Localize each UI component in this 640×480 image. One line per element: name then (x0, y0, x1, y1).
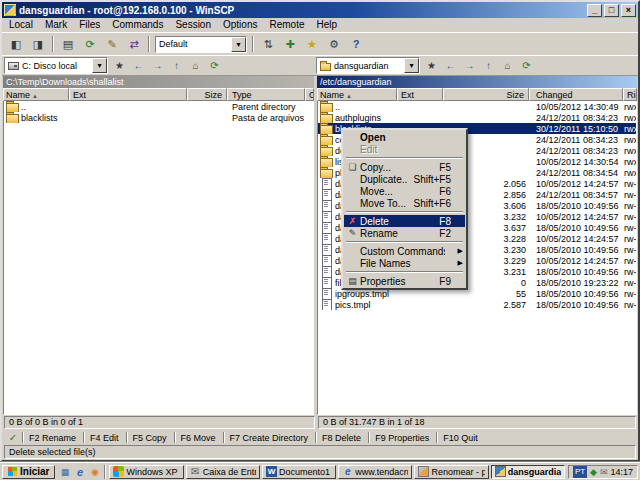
column-header-name[interactable]: Name (3, 88, 69, 101)
column-header-changed[interactable]: Changed (305, 88, 314, 101)
forward-icon[interactable]: → (460, 57, 479, 74)
internet-explorer-icon[interactable]: e (73, 465, 86, 478)
menu-item-label: Move To... (360, 198, 407, 209)
file-rights: rw-r--r-- (624, 234, 636, 244)
media-player-icon[interactable]: ◉ (88, 465, 101, 478)
context-menu-item[interactable]: Duplicate... Shift+F5 (344, 173, 465, 185)
screen: dansguardian - root@192.168.0.100 - WinS… (0, 0, 640, 480)
preferences-icon[interactable]: ⚙ (323, 35, 345, 54)
context-menu-item[interactable]: Custom Commands ▶ (344, 245, 465, 257)
menu-item[interactable]: Mark (39, 18, 73, 32)
menu-item[interactable]: Session (169, 18, 217, 32)
menu-item-shortcut: F8 (433, 216, 455, 227)
function-key-button[interactable]: F4 Edit (83, 431, 126, 444)
directory-tree-icon[interactable]: ▤ (57, 35, 79, 54)
column-header-type[interactable]: Type (227, 88, 305, 101)
new-session-icon[interactable]: ✚ (279, 35, 301, 54)
help-icon[interactable]: ? (345, 35, 367, 54)
edit-icon[interactable]: ✎ (101, 35, 123, 54)
file-row[interactable]: blacklists Pasta de arquivos (4, 112, 313, 123)
forward-icon[interactable]: → (148, 57, 167, 74)
column-header-size[interactable]: Size (443, 88, 529, 101)
task-button[interactable]: dansguardia... (491, 465, 565, 479)
menu-item[interactable]: Files (73, 18, 106, 32)
bookmark-icon[interactable]: ★ (110, 57, 129, 74)
tray-mail-icon[interactable]: ✉ (600, 467, 608, 477)
menu-item[interactable]: Options (217, 18, 263, 32)
local-drive-combo[interactable]: C: Disco local (4, 57, 108, 74)
menu-item[interactable]: Help (310, 18, 343, 32)
column-header-rights[interactable]: Rights (623, 88, 637, 101)
task-button[interactable]: Renomear - p... (414, 465, 488, 479)
function-key-button[interactable]: F6 Move (174, 431, 223, 444)
toolbar-separator (252, 36, 254, 52)
parent-dir-icon[interactable]: ↑ (479, 57, 498, 74)
column-header-ext[interactable]: Ext (397, 88, 443, 101)
task-button[interactable]: Documento1 -... (262, 465, 336, 479)
task-button[interactable]: Caixa de Entr... (186, 465, 260, 479)
task-button[interactable]: Windows XP P... (109, 465, 183, 479)
close-button[interactable] (621, 4, 636, 17)
context-menu-item[interactable]: File Names ▶ (344, 257, 465, 269)
chevron-down-icon[interactable] (92, 58, 107, 73)
file-type-icon (320, 156, 333, 167)
toggle-right-panel-icon[interactable]: ◨ (27, 35, 49, 54)
function-key-button[interactable]: F10 Quit (436, 431, 485, 444)
file-row[interactable]: pics.tmpl 2.587 18/05/2010 10:49:56 rw-r… (318, 299, 636, 310)
context-menu-item[interactable]: Open (344, 131, 465, 143)
chevron-down-icon[interactable] (231, 37, 246, 52)
context-menu-item[interactable]: Move To... Shift+F6 (344, 197, 465, 209)
context-menu-item[interactable]: ✎ Rename F2 (344, 227, 465, 239)
parent-dir-icon[interactable]: ↑ (167, 57, 186, 74)
windows-logo-icon (8, 467, 17, 476)
back-icon[interactable]: ← (129, 57, 148, 74)
home-icon[interactable]: ⌂ (498, 57, 517, 74)
file-row[interactable]: .. 10/05/2012 14:30:49 rwxr-xr-x (318, 101, 636, 112)
file-type: Pasta de arquivos (228, 113, 306, 123)
transfer-preset-combo[interactable]: Default (155, 36, 247, 53)
file-type-icon (320, 266, 333, 277)
menu-item-label: File Names (360, 258, 445, 269)
function-key-button[interactable]: F9 Properties (368, 431, 436, 444)
function-key-button[interactable]: F8 Delete (315, 431, 368, 444)
toggle-left-panel-icon[interactable]: ◧ (5, 35, 27, 54)
start-button[interactable]: Iniciar (2, 465, 55, 479)
bookmark-icon[interactable]: ★ (422, 57, 441, 74)
synchronize-icon[interactable]: ⇄ (123, 35, 145, 54)
function-key-button[interactable]: F5 Copy (126, 431, 174, 444)
show-desktop-icon[interactable]: ▦ (58, 465, 71, 478)
task-button[interactable]: www.tendacn... (338, 465, 412, 479)
home-icon[interactable]: ⌂ (186, 57, 205, 74)
remote-drive-combo[interactable]: dansguardian (316, 57, 420, 74)
context-menu-item[interactable]: ❏ Copy... F5 (344, 161, 465, 173)
file-row[interactable]: authplugins 24/12/2011 08:34:23 rwxr-xr-… (318, 112, 636, 123)
refresh-icon[interactable]: ⟳ (79, 35, 101, 54)
column-header-size[interactable]: Size (187, 88, 227, 101)
column-header-ext[interactable]: Ext (69, 88, 187, 101)
refresh-icon[interactable]: ⟳ (205, 57, 224, 74)
language-indicator[interactable]: PT (573, 466, 587, 478)
column-header-changed[interactable]: Changed (529, 88, 623, 101)
tray-status-icon[interactable]: ◆ (590, 467, 597, 477)
window-controls (587, 4, 636, 17)
context-menu-item[interactable]: ▤ Properties F9 (344, 275, 465, 287)
maximize-button[interactable] (604, 4, 619, 17)
transfer-settings-icon[interactable]: ⇅ (257, 35, 279, 54)
context-menu-item[interactable]: Move... F6 (344, 185, 465, 197)
back-icon[interactable]: ← (441, 57, 460, 74)
menu-item[interactable]: Local (3, 18, 39, 32)
context-menu-item[interactable]: ✗ Delete F8 (344, 215, 465, 227)
file-rights: rw-r--r-- (624, 179, 636, 189)
title-bar[interactable]: dansguardian - root@192.168.0.100 - WinS… (2, 2, 638, 18)
menu-item[interactable]: Commands (106, 18, 169, 32)
column-header-name[interactable]: Name (317, 88, 397, 101)
file-row[interactable]: .. Parent directory (4, 101, 313, 112)
function-key-button[interactable]: F7 Create Directory (223, 431, 316, 444)
window-title: dansguardian - root@192.168.0.100 - WinS… (19, 5, 584, 16)
refresh-icon[interactable]: ⟳ (517, 57, 536, 74)
chevron-down-icon[interactable] (404, 58, 419, 73)
function-key-button[interactable]: F2 Rename (22, 431, 83, 444)
minimize-button[interactable] (587, 4, 602, 17)
menu-item[interactable]: Remote (263, 18, 310, 32)
bookmarks-icon[interactable]: ★ (301, 35, 323, 54)
